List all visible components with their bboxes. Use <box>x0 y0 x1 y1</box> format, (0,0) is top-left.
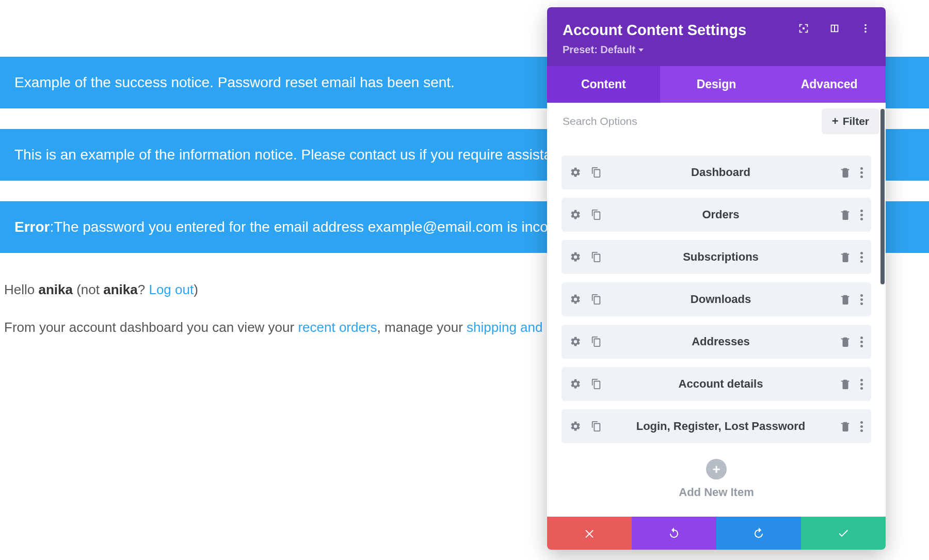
item-label: Account details <box>602 377 840 391</box>
trash-icon[interactable] <box>840 421 851 432</box>
undo-icon <box>668 527 680 539</box>
more-icon[interactable] <box>860 421 863 432</box>
greeting-username: anika <box>38 282 73 297</box>
expand-icon[interactable] <box>798 23 809 34</box>
undo-button[interactable] <box>632 517 716 550</box>
greeting-not-open: (not <box>73 282 103 297</box>
svg-rect-0 <box>803 27 805 29</box>
svg-point-2 <box>864 27 867 29</box>
dash-text-2: , manage your <box>377 319 467 335</box>
item-label: Orders <box>602 208 840 221</box>
snap-icon[interactable] <box>829 23 840 34</box>
duplicate-icon[interactable] <box>590 251 602 263</box>
scrollbar[interactable] <box>880 109 885 284</box>
error-text: :The password you entered for the email … <box>50 219 581 235</box>
add-item-label: Add New Item <box>562 486 871 499</box>
add-item-button[interactable]: + <box>706 459 727 479</box>
filter-button[interactable]: + Filter <box>822 108 879 134</box>
more-icon[interactable] <box>860 210 863 220</box>
list-item[interactable]: Downloads <box>562 282 871 316</box>
check-icon <box>837 527 850 539</box>
tab-design[interactable]: Design <box>660 66 773 103</box>
caret-down-icon <box>638 49 644 52</box>
plus-icon: + <box>832 115 839 128</box>
more-icon[interactable] <box>860 252 863 263</box>
list-item[interactable]: Login, Register, Lost Password <box>562 409 871 443</box>
trash-icon[interactable] <box>840 167 851 178</box>
preset-label: Preset: Default <box>563 44 635 56</box>
more-icon[interactable] <box>860 294 863 305</box>
duplicate-icon[interactable] <box>590 167 602 178</box>
panel-footer <box>547 517 886 550</box>
item-label: Login, Register, Lost Password <box>602 420 840 433</box>
logout-link[interactable]: Log out <box>149 282 194 297</box>
trash-icon[interactable] <box>840 209 851 220</box>
gear-icon[interactable] <box>570 294 581 305</box>
panel-toolbar: + Filter <box>547 103 886 140</box>
list-item[interactable]: Dashboard <box>562 155 871 189</box>
svg-point-3 <box>864 31 867 33</box>
close-icon <box>583 527 596 539</box>
gear-icon[interactable] <box>570 378 581 390</box>
gear-icon[interactable] <box>570 336 581 347</box>
panel-tabs: Content Design Advanced <box>547 66 886 103</box>
list-item[interactable]: Addresses <box>562 325 871 359</box>
trash-icon[interactable] <box>840 336 851 347</box>
list-item[interactable]: Account details <box>562 367 871 401</box>
panel-body: DashboardOrdersSubscriptionsDownloadsAdd… <box>547 140 886 517</box>
duplicate-icon[interactable] <box>590 294 602 305</box>
item-label: Dashboard <box>602 166 840 179</box>
trash-icon[interactable] <box>840 294 851 305</box>
more-icon[interactable] <box>860 167 863 178</box>
duplicate-icon[interactable] <box>590 209 602 220</box>
more-icon[interactable] <box>860 23 871 34</box>
trash-icon[interactable] <box>840 251 851 263</box>
cancel-button[interactable] <box>547 517 632 550</box>
item-label: Subscriptions <box>602 250 840 264</box>
panel-header: Account Content Settings Preset: Default <box>547 7 886 66</box>
preset-selector[interactable]: Preset: Default <box>563 44 870 56</box>
item-label: Addresses <box>602 335 840 348</box>
gear-icon[interactable] <box>570 209 581 220</box>
greeting-not-user: anika <box>103 282 138 297</box>
redo-button[interactable] <box>716 517 801 550</box>
redo-icon <box>752 527 765 539</box>
add-new-section: + Add New Item <box>562 452 871 511</box>
item-label: Downloads <box>602 293 840 306</box>
gear-icon[interactable] <box>570 167 581 178</box>
save-button[interactable] <box>801 517 886 550</box>
filter-label: Filter <box>843 115 869 127</box>
duplicate-icon[interactable] <box>590 336 602 347</box>
gear-icon[interactable] <box>570 251 581 263</box>
more-icon[interactable] <box>860 337 863 347</box>
svg-point-1 <box>864 24 867 26</box>
trash-icon[interactable] <box>840 378 851 390</box>
settings-panel: Account Content Settings Preset: Default… <box>547 7 886 550</box>
gear-icon[interactable] <box>570 421 581 432</box>
duplicate-icon[interactable] <box>590 421 602 432</box>
greeting-q: ? <box>138 282 149 297</box>
list-item[interactable]: Orders <box>562 198 871 232</box>
more-icon[interactable] <box>860 379 863 390</box>
dash-text-1: From your account dashboard you can view… <box>4 319 298 335</box>
list-item[interactable]: Subscriptions <box>562 240 871 274</box>
tab-content[interactable]: Content <box>547 66 660 103</box>
duplicate-icon[interactable] <box>590 378 602 390</box>
greeting-hello: Hello <box>4 282 38 297</box>
recent-orders-link[interactable]: recent orders <box>298 319 377 335</box>
tab-advanced[interactable]: Advanced <box>773 66 886 103</box>
greeting-close: ) <box>194 282 198 297</box>
error-label: Error <box>14 219 50 235</box>
search-input[interactable] <box>553 108 816 135</box>
